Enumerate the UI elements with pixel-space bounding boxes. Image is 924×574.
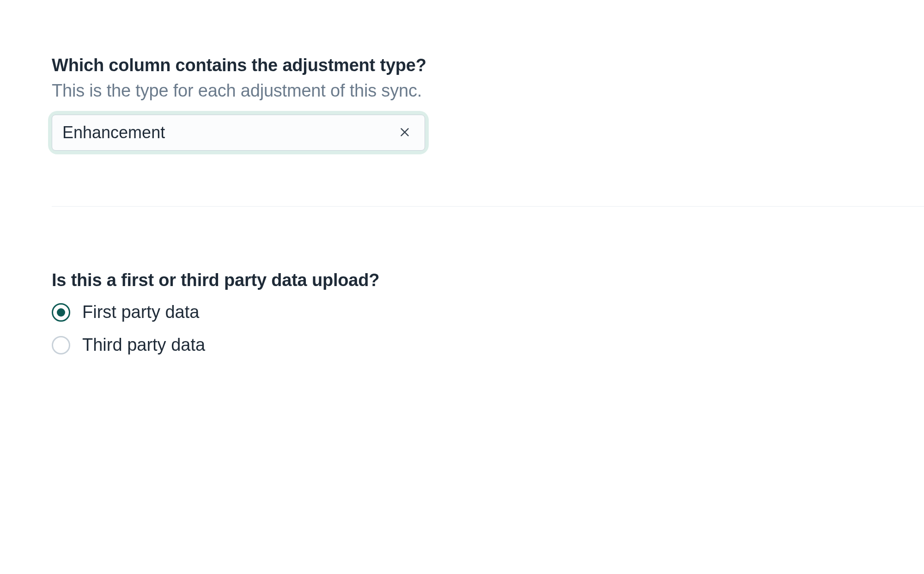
close-icon	[399, 126, 411, 140]
adjustment-type-value: Enhancement	[62, 123, 165, 142]
radio-label: First party data	[82, 302, 199, 322]
adjustment-type-section: Which column contains the adjustment typ…	[52, 55, 924, 151]
radio-indicator	[52, 303, 70, 322]
radio-indicator	[52, 336, 70, 354]
data-upload-question: Is this a first or third party data uplo…	[52, 270, 924, 290]
radio-label: Third party data	[82, 335, 205, 355]
radio-dot-icon	[57, 308, 65, 317]
radio-option-third-party[interactable]: Third party data	[52, 335, 924, 355]
adjustment-type-select[interactable]: Enhancement	[52, 115, 425, 151]
clear-button[interactable]	[395, 123, 414, 142]
data-upload-section: Is this a first or third party data uplo…	[52, 207, 924, 355]
radio-option-first-party[interactable]: First party data	[52, 302, 924, 322]
adjustment-type-question: Which column contains the adjustment typ…	[52, 55, 924, 75]
adjustment-type-description: This is the type for each adjustment of …	[52, 81, 924, 101]
adjustment-type-select-wrapper: Enhancement	[52, 115, 425, 151]
data-upload-radio-group: First party data Third party data	[52, 302, 924, 355]
